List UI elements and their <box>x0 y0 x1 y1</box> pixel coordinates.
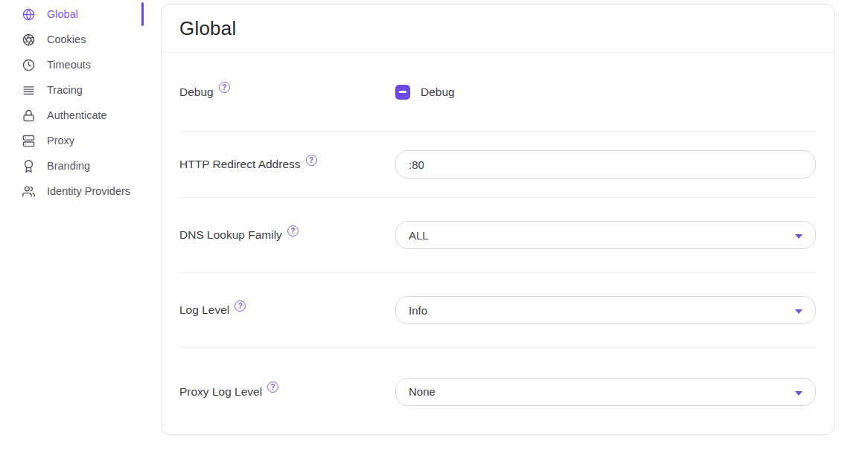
clock-icon <box>22 59 35 71</box>
active-indicator <box>141 2 144 26</box>
field-control: None <box>395 378 816 406</box>
field-label-text: Log Level <box>179 303 229 317</box>
sidebar-item-label: Cookies <box>47 33 86 45</box>
sidebar-item-label: Proxy <box>47 135 74 147</box>
sidebar-item-label: Tracing <box>47 84 83 96</box>
sidebar-item-tracing[interactable]: Tracing <box>0 77 144 103</box>
sidebar-item-label: Authenticate <box>47 109 107 121</box>
form-row-log-level: Log Level ? Info <box>179 273 816 348</box>
debug-checkbox[interactable] <box>395 85 410 100</box>
field-label: Debug ? <box>179 86 395 99</box>
dns-lookup-family-select[interactable]: ALL <box>395 221 816 249</box>
field-label-text: DNS Lookup Family <box>179 228 282 242</box>
field-label: Log Level ? <box>179 303 395 317</box>
field-control <box>395 150 816 178</box>
sidebar-item-branding[interactable]: Branding <box>0 153 144 178</box>
proxy-log-level-select[interactable]: None <box>395 378 816 406</box>
http-redirect-address-input[interactable] <box>395 150 816 178</box>
lock-icon <box>22 109 35 122</box>
sidebar-item-cookies[interactable]: Cookies <box>0 27 144 52</box>
form-row-dns-lookup-family: DNS Lookup Family ? ALL <box>179 198 816 273</box>
settings-sidebar: Global Cookies Timeouts Tra <box>0 1 144 204</box>
card-header: Global <box>162 4 834 53</box>
sidebar-item-timeouts[interactable]: Timeouts <box>0 52 144 77</box>
help-icon[interactable]: ? <box>234 300 246 312</box>
selected-value: Info <box>409 304 427 317</box>
award-icon <box>22 160 35 173</box>
aperture-icon <box>22 33 35 46</box>
globe-icon <box>22 8 35 21</box>
log-level-select[interactable]: Info <box>395 296 816 324</box>
chevron-down-icon <box>795 234 802 239</box>
field-control: ALL <box>395 221 816 249</box>
sidebar-item-label: Global <box>47 8 78 20</box>
sidebar-item-label: Branding <box>47 160 90 172</box>
page-title: Global <box>179 17 236 40</box>
sidebar-item-identity-providers[interactable]: Identity Providers <box>0 178 144 204</box>
users-icon <box>22 185 35 198</box>
checkbox-label: Debug <box>421 86 455 99</box>
help-icon[interactable]: ? <box>267 382 278 393</box>
selected-value: None <box>409 385 435 398</box>
field-control: Debug <box>395 85 816 100</box>
field-control: Info <box>395 296 816 324</box>
selected-value: ALL <box>409 229 429 242</box>
field-label-text: Debug <box>179 86 214 99</box>
indeterminate-dash-icon <box>399 91 406 93</box>
debug-checkbox-wrap: Debug <box>395 85 816 100</box>
settings-form: Debug ? Debug HTTP Redirect Address ? <box>162 53 834 435</box>
chevron-down-icon <box>795 309 802 314</box>
help-icon[interactable]: ? <box>287 225 299 236</box>
lines-icon <box>22 84 35 97</box>
chevron-down-icon <box>795 391 802 396</box>
sidebar-item-proxy[interactable]: Proxy <box>0 128 144 153</box>
form-row-http-redirect-address: HTTP Redirect Address ? <box>179 132 816 198</box>
sidebar-item-label: Timeouts <box>47 59 91 71</box>
field-label: HTTP Redirect Address ? <box>179 158 395 171</box>
field-label: Proxy Log Level ? <box>179 385 395 399</box>
form-row-proxy-log-level: Proxy Log Level ? None <box>179 348 816 435</box>
global-settings-card: Global Debug ? Debug HTTP Redirect Addre… <box>161 4 835 435</box>
form-row-debug: Debug ? Debug <box>179 53 816 132</box>
field-label-text: Proxy Log Level <box>179 385 262 399</box>
sidebar-item-label: Identity Providers <box>47 185 130 197</box>
server-icon <box>22 135 35 147</box>
field-label: DNS Lookup Family ? <box>179 228 395 242</box>
help-icon[interactable]: ? <box>306 155 317 166</box>
sidebar-item-authenticate[interactable]: Authenticate <box>0 103 144 128</box>
sidebar-item-global[interactable]: Global <box>0 1 144 27</box>
help-icon[interactable]: ? <box>219 82 230 93</box>
field-label-text: HTTP Redirect Address <box>179 158 301 171</box>
